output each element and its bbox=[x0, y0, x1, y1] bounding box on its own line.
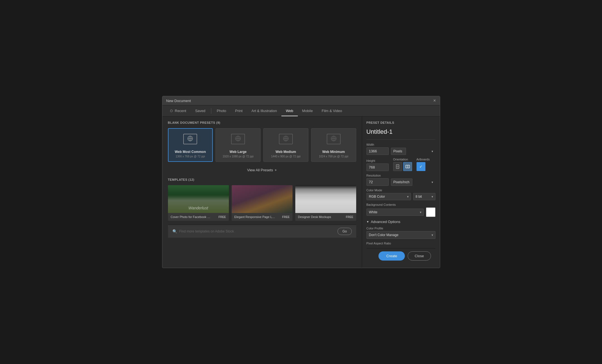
landscape-orientation-button[interactable] bbox=[403, 162, 412, 171]
color-mode-field: Color Mode RGB Color CMYK Color Grayscal… bbox=[366, 189, 435, 200]
color-mode-select[interactable]: RGB Color CMYK Color Grayscale bbox=[366, 193, 411, 200]
preset-card-web-minimum[interactable]: Web Minimum 1024 x 768 px @ 72 ppi bbox=[311, 128, 356, 162]
resolution-unit-select[interactable]: Pixels/Inch Pixels/cm bbox=[391, 179, 412, 186]
pixel-ratio-label: Pixel Aspect Ratio bbox=[366, 242, 435, 245]
preset-card-web-medium[interactable]: Web Medium 1440 x 900 px @ 72 ppi bbox=[263, 128, 308, 162]
search-bar: 🔍 Go bbox=[168, 225, 356, 238]
tab-print[interactable]: Print bbox=[231, 105, 247, 116]
svg-point-23 bbox=[397, 166, 398, 167]
template-badge-1: FREE bbox=[282, 216, 290, 219]
resolution-label: Resolution bbox=[366, 174, 435, 177]
main-panel: BLANK DOCUMENT PRESETS (9) bbox=[162, 117, 362, 268]
template-thumb-2 bbox=[295, 185, 356, 213]
svg-point-25 bbox=[407, 166, 408, 167]
tab-divider bbox=[211, 108, 211, 114]
search-input[interactable] bbox=[179, 229, 335, 233]
orientation-group: Orientation bbox=[393, 158, 412, 171]
preset-name-1: Web Large bbox=[230, 150, 247, 154]
web-minimum-icon bbox=[326, 133, 341, 147]
right-panel-inner: Width Pixels Inches cm bbox=[366, 128, 435, 245]
templates-section-title: TEMPLATES (12) bbox=[168, 178, 356, 181]
preset-desc-1: 1920 x 1080 px @ 72 ppi bbox=[222, 155, 253, 158]
orientation-label: Orientation bbox=[393, 158, 412, 161]
preset-desc-0: 1366 x 768 px @ 72 ppi bbox=[175, 155, 205, 158]
color-profile-select[interactable]: Don't Color Manage sRGB IEC61966-2.1 Ado… bbox=[366, 231, 435, 239]
clock-icon: ⏲ bbox=[170, 109, 173, 113]
template-info-0: Cover Photo for Facebook with I... FREE bbox=[168, 213, 229, 221]
height-label: Height bbox=[366, 159, 389, 162]
color-mode-select-wrap: RGB Color CMYK Color Grayscale bbox=[366, 193, 411, 200]
web-preset-icon bbox=[183, 133, 198, 147]
preset-details-title: PRESET DETAILS bbox=[366, 121, 435, 124]
dialog-close-button[interactable]: × bbox=[433, 98, 436, 103]
portrait-orientation-button[interactable] bbox=[393, 162, 402, 171]
svg-rect-24 bbox=[406, 165, 410, 168]
template-thumb-0: Wanderlust bbox=[168, 185, 229, 213]
right-panel: PRESET DETAILS Width bbox=[362, 117, 440, 268]
svg-rect-22 bbox=[396, 165, 399, 169]
color-mode-row: RGB Color CMYK Color Grayscale 8 bit 16 … bbox=[366, 193, 435, 200]
advanced-options-toggle[interactable]: ▼ Advanced Options bbox=[366, 220, 435, 224]
tab-film[interactable]: Film & Video bbox=[317, 105, 346, 116]
resolution-row: Pixels/Inch Pixels/cm bbox=[366, 178, 435, 186]
template-thumb-1 bbox=[232, 185, 293, 213]
web-medium-icon bbox=[278, 133, 293, 147]
width-input[interactable] bbox=[366, 147, 389, 155]
bg-color-swatch[interactable] bbox=[426, 207, 435, 217]
resolution-input[interactable] bbox=[366, 178, 389, 186]
template-card-1[interactable]: Elegant Responsive Page Layout FREE bbox=[232, 185, 293, 221]
view-all-presets-button[interactable]: View All Presets + bbox=[247, 168, 277, 172]
preset-card-web-large[interactable]: Web Large 1920 x 1080 px @ 72 ppi bbox=[215, 128, 261, 162]
thumb-interior-image bbox=[232, 185, 293, 213]
height-input[interactable] bbox=[366, 164, 389, 171]
tab-mobile[interactable]: Mobile bbox=[298, 105, 317, 116]
divider-1 bbox=[366, 139, 435, 140]
presets-grid: Web Most Common 1366 x 768 px @ 72 ppi bbox=[168, 128, 356, 162]
template-card-0[interactable]: Wanderlust Cover Photo for Facebook with… bbox=[168, 185, 229, 221]
orientation-buttons bbox=[393, 162, 412, 171]
tab-recent[interactable]: ⏲ Recent bbox=[165, 105, 191, 116]
artboards-label: Artboards bbox=[417, 158, 430, 161]
bg-contents-select-wrap: White Black Background Color Transparent bbox=[366, 209, 424, 216]
create-button[interactable]: Create bbox=[378, 251, 405, 261]
template-badge-0: FREE bbox=[219, 216, 226, 219]
dialog-body: BLANK DOCUMENT PRESETS (9) bbox=[162, 117, 440, 268]
width-field: Width Pixels Inches cm bbox=[366, 143, 435, 155]
presets-section-title: BLANK DOCUMENT PRESETS (9) bbox=[168, 121, 356, 124]
bg-contents-select[interactable]: White Black Background Color Transparent bbox=[366, 209, 424, 216]
height-orientation-row: Height Orientation bbox=[366, 158, 435, 171]
color-profile-select-wrap: Don't Color Manage sRGB IEC61966-2.1 Ado… bbox=[366, 231, 435, 239]
search-input-wrap: 🔍 bbox=[172, 229, 335, 234]
template-card-2[interactable]: Designer Desk Mockups FREE bbox=[295, 185, 356, 221]
tab-web[interactable]: Web bbox=[281, 105, 298, 116]
preset-name-0: Web Most Common bbox=[175, 150, 206, 154]
preset-desc-2: 1440 x 900 px @ 72 ppi bbox=[271, 155, 301, 158]
color-profile-label: Color Profile bbox=[366, 227, 435, 230]
color-mode-label: Color Mode bbox=[366, 189, 435, 192]
artboards-checkbox[interactable]: ✓ bbox=[417, 162, 425, 171]
doc-title-input[interactable] bbox=[366, 128, 435, 135]
template-info-2: Designer Desk Mockups FREE bbox=[295, 213, 356, 221]
preset-name-2: Web Medium bbox=[276, 150, 296, 154]
preset-card-web-most-common[interactable]: Web Most Common 1366 x 768 px @ 72 ppi bbox=[168, 128, 213, 162]
preset-name-3: Web Minimum bbox=[322, 150, 345, 154]
color-profile-field: Color Profile Don't Color Manage sRGB IE… bbox=[366, 227, 435, 239]
resolution-field: Resolution Pixels/Inch Pixels/cm bbox=[366, 174, 435, 186]
width-unit-select[interactable]: Pixels Inches cm bbox=[391, 148, 406, 155]
tab-photo[interactable]: Photo bbox=[212, 105, 231, 116]
tab-art[interactable]: Art & Illustration bbox=[247, 105, 281, 116]
bottom-buttons: Create Close bbox=[366, 248, 435, 263]
width-row: Pixels Inches cm bbox=[366, 147, 435, 155]
tab-saved[interactable]: Saved bbox=[191, 105, 210, 116]
search-go-button[interactable]: Go bbox=[338, 228, 351, 235]
bit-depth-select[interactable]: 8 bit 16 bit 32 bit bbox=[413, 193, 435, 200]
close-button[interactable]: Close bbox=[408, 251, 431, 261]
presets-section: BLANK DOCUMENT PRESETS (9) bbox=[168, 121, 356, 177]
tabs-bar: ⏲ Recent Saved Photo Print Art & Illustr… bbox=[162, 105, 440, 117]
background-contents-field: Background Contents White Black Backgrou… bbox=[366, 203, 435, 217]
bg-contents-label: Background Contents bbox=[366, 203, 435, 206]
preset-desc-3: 1024 x 768 px @ 72 ppi bbox=[319, 155, 348, 158]
thumb-desk-image bbox=[295, 185, 356, 213]
bg-contents-row: White Black Background Color Transparent bbox=[366, 207, 435, 217]
chevron-down-icon: ▼ bbox=[366, 220, 369, 223]
